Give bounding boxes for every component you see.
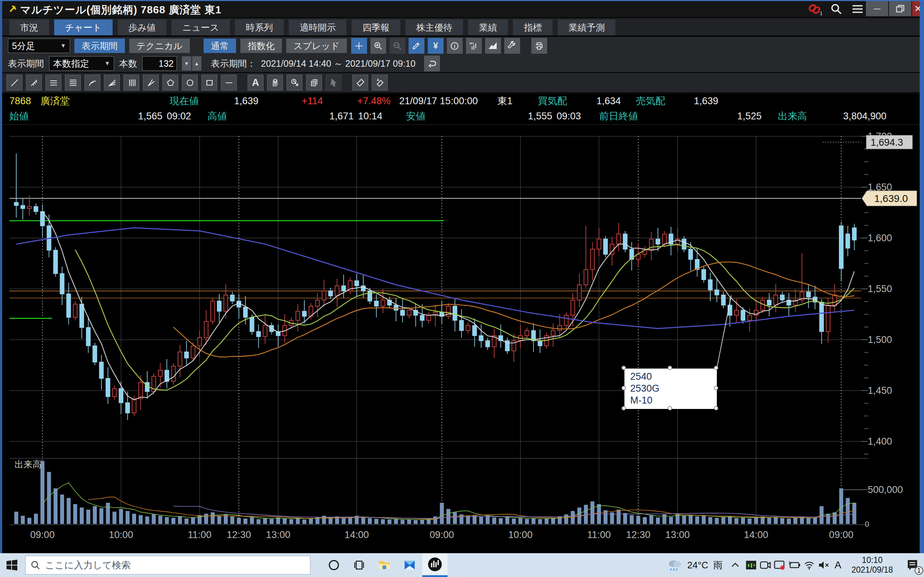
draw-tool-text[interactable]: A [247,75,263,90]
vlines-icon [127,78,136,88]
annotation-handle[interactable] [622,406,626,410]
annotation-handle[interactable] [622,366,626,370]
chart-annotation-box[interactable]: 2540 2530G M-10 [624,369,717,409]
pencil-button[interactable] [409,38,425,54]
count-input[interactable]: 132 [142,56,177,71]
draw-tool-timestamp[interactable] [287,75,302,90]
draw-tool-ellipse[interactable] [182,75,198,90]
eraser-all-icon [375,78,385,88]
draw-tool-hlines3[interactable] [45,75,61,90]
annotation-line: 2530G [630,383,717,395]
link-icon[interactable]: 1 [808,3,822,16]
wrench-button[interactable] [504,38,520,54]
draw-tool-arc[interactable] [84,75,100,90]
toolbar-button-1[interactable]: テクニカル [129,39,190,53]
candlestick-chart[interactable]: 1,4001,4501,5001,5501,6001,6501,70009:00… [2,125,920,553]
reset-period-button[interactable] [424,56,440,71]
my-chart-button[interactable]: MY [466,38,482,54]
draw-tool-pentagon[interactable] [162,75,178,90]
print-button[interactable] [531,38,547,54]
ruler-icon [29,78,39,88]
cortana-button[interactable] [321,553,347,577]
annotation-handle[interactable] [622,386,626,390]
area-chart-button[interactable] [485,38,501,54]
crosshair-button[interactable] [351,38,367,54]
mail-button[interactable] [397,553,422,577]
battery-icon[interactable] [788,561,801,569]
tab-2[interactable]: 歩み値 [118,19,167,35]
count-label: 本数 [119,58,137,69]
screen-share-icon[interactable] [774,560,785,570]
tab-8[interactable]: 業績 [468,19,508,35]
draw-tool-stamp[interactable]: icon [267,75,283,90]
tray-expand-icon[interactable] [730,561,740,569]
draw-tool-ruler[interactable] [26,75,42,90]
tab-3[interactable]: ニュース [171,19,230,35]
tab-bar: 市況チャート歩み値ニュース時系列適時開示四季報株主優待業績指標業績予測 [0,18,924,36]
draw-tool-trendline[interactable] [6,75,23,90]
draw-tool-copy[interactable] [306,75,322,90]
angle-icon [146,78,156,88]
tab-chart[interactable]: チャート [54,19,113,35]
wifi-icon[interactable] [803,561,815,570]
draw-tool-rect[interactable] [201,75,217,90]
draw-tool-hand[interactable] [326,75,341,90]
toolbar-button-3[interactable]: 指数化 [241,39,282,53]
price-change: +114 [302,93,323,108]
weather-icon[interactable] [667,559,682,571]
drawing-toolbar: Aicon [0,73,924,92]
tab-10[interactable]: 業績予測 [558,19,615,35]
trading-app-button[interactable] [422,553,447,577]
toolbar-button-4[interactable]: スプレッド [286,39,347,53]
draw-tool-eraser[interactable] [352,75,368,90]
draw-tool-vlines[interactable] [123,75,139,90]
taskbar-clock[interactable]: 10:10 2021/09/18 [851,555,893,575]
info-button[interactable] [447,38,463,54]
tab-7[interactable]: 株主優待 [405,19,463,35]
minimize-button[interactable]: ─ [866,1,888,16]
draw-tool-fan[interactable] [104,75,120,90]
stock-code: 7868 [10,93,31,108]
toolbar-button-0[interactable]: 表示期間 [74,39,125,53]
task-view-button[interactable] [347,553,372,577]
tab-6[interactable]: 四季報 [352,19,400,35]
annotation-handle[interactable] [714,406,718,410]
restore-button[interactable] [889,1,911,16]
menu-icon[interactable] [851,3,864,15]
file-explorer-button[interactable] [372,553,397,577]
camera-icon[interactable] [759,560,771,570]
annotation-handle[interactable] [668,366,672,370]
toolbar-button-2[interactable]: 通常 [204,39,236,53]
tab-9[interactable]: 指標 [513,19,552,35]
annotation-handle[interactable] [714,386,718,390]
period-value: 2021/09/14 14:40 ～ 2021/09/17 09:10 [261,58,415,69]
annotation-handle[interactable] [714,366,718,370]
tab-0[interactable]: 市況 [10,19,49,35]
copy-icon [309,78,319,88]
notification-button[interactable]: 1 [901,553,924,577]
chart-area[interactable]: 1,4001,4501,5001,5501,6001,6501,70009:00… [2,124,920,553]
annotation-handle[interactable] [668,406,672,410]
count-decrement[interactable]: ▼ [182,56,191,71]
tab-5[interactable]: 適時開示 [289,19,347,35]
ime-indicator[interactable]: A [832,559,843,571]
zoom-in-button[interactable] [370,38,386,54]
zoom-out-button[interactable] [389,38,405,54]
weather-temp[interactable]: 24°C [685,560,710,571]
taskbar-search-input[interactable]: ここに入力して検索 [25,556,310,574]
draw-tool-eraser-all[interactable] [372,75,388,90]
tab-4[interactable]: 時系列 [235,19,284,35]
search-icon[interactable] [830,3,842,15]
print-icon [534,41,544,51]
start-button[interactable] [0,553,24,577]
draw-tool-hlines4[interactable] [65,75,81,90]
tray-app-icon[interactable] [746,560,756,571]
interval-dropdown[interactable]: 5分足▼ [8,39,70,53]
weather-condition[interactable]: 雨 [713,559,725,572]
volume-muted-icon[interactable] [818,561,829,570]
period-mode-dropdown[interactable]: 本数指定▼ [49,56,114,71]
count-increment[interactable]: ▲ [192,56,201,71]
draw-tool-angle[interactable] [143,75,159,90]
draw-tool-hline[interactable] [221,75,237,90]
yen-button[interactable]: ¥ [428,38,444,54]
